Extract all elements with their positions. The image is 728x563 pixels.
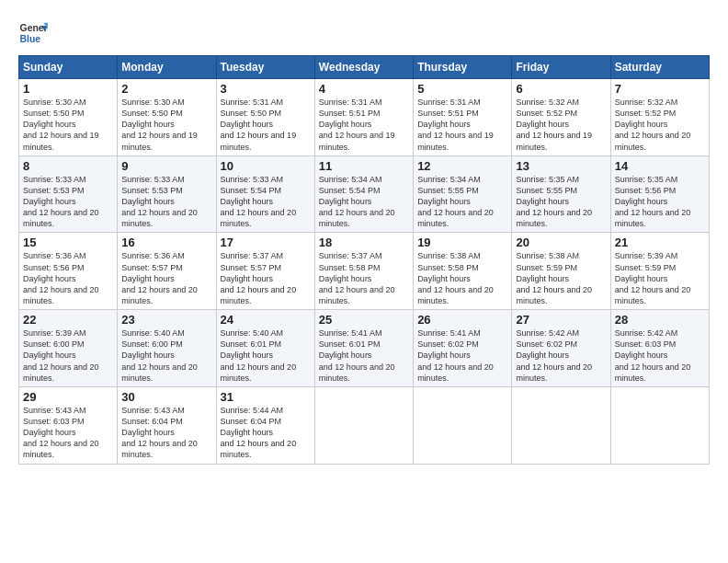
day-header-friday: Friday bbox=[512, 56, 610, 79]
calendar-cell: 8 Sunrise: 5:33 AM Sunset: 5:53 PM Dayli… bbox=[19, 155, 118, 233]
cell-content: Sunrise: 5:32 AM Sunset: 5:52 PM Dayligh… bbox=[615, 97, 705, 153]
day-number: 15 bbox=[23, 236, 113, 249]
day-number: 24 bbox=[221, 313, 311, 327]
day-number: 25 bbox=[319, 313, 409, 327]
cell-content: Sunrise: 5:31 AM Sunset: 5:51 PM Dayligh… bbox=[417, 97, 507, 153]
cell-content: Sunrise: 5:31 AM Sunset: 5:51 PM Dayligh… bbox=[319, 97, 409, 153]
day-header-monday: Monday bbox=[118, 56, 216, 79]
cell-content: Sunrise: 5:35 AM Sunset: 5:55 PM Dayligh… bbox=[516, 174, 606, 230]
calendar-cell: 21 Sunrise: 5:39 AM Sunset: 5:59 PM Dayl… bbox=[610, 233, 709, 310]
cell-content: Sunrise: 5:34 AM Sunset: 5:54 PM Dayligh… bbox=[319, 174, 409, 230]
calendar-cell: 6 Sunrise: 5:32 AM Sunset: 5:52 PM Dayli… bbox=[512, 79, 610, 156]
cell-content: Sunrise: 5:30 AM Sunset: 5:50 PM Dayligh… bbox=[23, 97, 113, 153]
logo-icon: General Blue bbox=[18, 18, 48, 48]
day-number: 14 bbox=[615, 159, 705, 173]
day-number: 8 bbox=[23, 159, 113, 173]
cell-content: Sunrise: 5:37 AM Sunset: 5:58 PM Dayligh… bbox=[319, 250, 409, 306]
cell-content: Sunrise: 5:36 AM Sunset: 5:57 PM Dayligh… bbox=[121, 250, 211, 306]
day-number: 17 bbox=[221, 236, 311, 249]
cell-content: Sunrise: 5:35 AM Sunset: 5:56 PM Dayligh… bbox=[615, 174, 705, 230]
calendar-cell: 2 Sunrise: 5:30 AM Sunset: 5:50 PM Dayli… bbox=[118, 79, 216, 156]
day-number: 31 bbox=[221, 390, 311, 404]
day-number: 22 bbox=[23, 313, 113, 327]
calendar-cell: 25 Sunrise: 5:41 AM Sunset: 6:01 PM Dayl… bbox=[314, 310, 413, 387]
calendar-cell bbox=[610, 386, 709, 464]
calendar-cell: 22 Sunrise: 5:39 AM Sunset: 6:00 PM Dayl… bbox=[19, 310, 118, 387]
cell-content: Sunrise: 5:37 AM Sunset: 5:57 PM Dayligh… bbox=[221, 250, 311, 306]
cell-content: Sunrise: 5:41 AM Sunset: 6:01 PM Dayligh… bbox=[319, 327, 409, 384]
day-number: 9 bbox=[121, 159, 211, 173]
day-number: 23 bbox=[121, 313, 211, 327]
cell-content: Sunrise: 5:38 AM Sunset: 5:58 PM Dayligh… bbox=[417, 250, 507, 306]
day-number: 18 bbox=[319, 236, 409, 249]
cell-content: Sunrise: 5:33 AM Sunset: 5:53 PM Dayligh… bbox=[121, 174, 211, 230]
svg-text:Blue: Blue bbox=[20, 34, 41, 44]
day-header-sunday: Sunday bbox=[19, 56, 118, 79]
calendar-cell: 3 Sunrise: 5:31 AM Sunset: 5:50 PM Dayli… bbox=[216, 79, 314, 156]
calendar-cell bbox=[512, 386, 610, 464]
cell-content: Sunrise: 5:32 AM Sunset: 5:52 PM Dayligh… bbox=[516, 97, 606, 153]
day-number: 16 bbox=[121, 236, 211, 249]
day-number: 27 bbox=[516, 313, 606, 327]
cell-content: Sunrise: 5:33 AM Sunset: 5:53 PM Dayligh… bbox=[23, 174, 113, 230]
day-number: 4 bbox=[319, 82, 409, 96]
day-number: 6 bbox=[516, 82, 606, 96]
logo: General Blue bbox=[18, 18, 51, 48]
calendar-cell: 18 Sunrise: 5:37 AM Sunset: 5:58 PM Dayl… bbox=[314, 233, 413, 310]
day-number: 10 bbox=[221, 159, 311, 173]
calendar-table: SundayMondayTuesdayWednesdayThursdayFrid… bbox=[18, 55, 710, 465]
cell-content: Sunrise: 5:43 AM Sunset: 6:03 PM Dayligh… bbox=[23, 405, 113, 461]
day-number: 20 bbox=[516, 236, 606, 249]
day-number: 7 bbox=[615, 82, 705, 96]
calendar-cell: 17 Sunrise: 5:37 AM Sunset: 5:57 PM Dayl… bbox=[216, 233, 314, 310]
cell-content: Sunrise: 5:42 AM Sunset: 6:02 PM Dayligh… bbox=[516, 327, 606, 384]
cell-content: Sunrise: 5:36 AM Sunset: 5:56 PM Dayligh… bbox=[23, 250, 113, 306]
cell-content: Sunrise: 5:42 AM Sunset: 6:03 PM Dayligh… bbox=[615, 327, 705, 384]
day-number: 1 bbox=[23, 82, 113, 96]
calendar-cell: 28 Sunrise: 5:42 AM Sunset: 6:03 PM Dayl… bbox=[610, 310, 709, 387]
calendar-cell: 23 Sunrise: 5:40 AM Sunset: 6:00 PM Dayl… bbox=[118, 310, 216, 387]
day-header-saturday: Saturday bbox=[610, 56, 709, 79]
cell-content: Sunrise: 5:40 AM Sunset: 6:01 PM Dayligh… bbox=[221, 327, 311, 384]
calendar-cell: 13 Sunrise: 5:35 AM Sunset: 5:55 PM Dayl… bbox=[512, 155, 610, 233]
calendar-cell: 19 Sunrise: 5:38 AM Sunset: 5:58 PM Dayl… bbox=[414, 233, 512, 310]
day-number: 21 bbox=[615, 236, 705, 249]
calendar-cell: 20 Sunrise: 5:38 AM Sunset: 5:59 PM Dayl… bbox=[512, 233, 610, 310]
cell-content: Sunrise: 5:40 AM Sunset: 6:00 PM Dayligh… bbox=[121, 327, 211, 384]
calendar-cell: 30 Sunrise: 5:43 AM Sunset: 6:04 PM Dayl… bbox=[118, 386, 216, 464]
day-number: 3 bbox=[221, 82, 311, 96]
calendar-cell bbox=[314, 386, 413, 464]
day-header-thursday: Thursday bbox=[414, 56, 512, 79]
day-number: 29 bbox=[23, 390, 113, 404]
calendar-cell: 29 Sunrise: 5:43 AM Sunset: 6:03 PM Dayl… bbox=[19, 386, 118, 464]
calendar-cell: 26 Sunrise: 5:41 AM Sunset: 6:02 PM Dayl… bbox=[414, 310, 512, 387]
cell-content: Sunrise: 5:34 AM Sunset: 5:55 PM Dayligh… bbox=[417, 174, 507, 230]
day-number: 19 bbox=[417, 236, 507, 249]
calendar-cell: 16 Sunrise: 5:36 AM Sunset: 5:57 PM Dayl… bbox=[118, 233, 216, 310]
day-number: 11 bbox=[319, 159, 409, 173]
calendar-cell: 15 Sunrise: 5:36 AM Sunset: 5:56 PM Dayl… bbox=[19, 233, 118, 310]
calendar-cell: 31 Sunrise: 5:44 AM Sunset: 6:04 PM Dayl… bbox=[216, 386, 314, 464]
calendar-cell: 11 Sunrise: 5:34 AM Sunset: 5:54 PM Dayl… bbox=[314, 155, 413, 233]
day-number: 12 bbox=[417, 159, 507, 173]
calendar-cell: 1 Sunrise: 5:30 AM Sunset: 5:50 PM Dayli… bbox=[19, 79, 118, 156]
cell-content: Sunrise: 5:31 AM Sunset: 5:50 PM Dayligh… bbox=[221, 97, 311, 153]
page: General Blue SundayMondayTuesdayWednesda… bbox=[0, 0, 728, 563]
calendar-cell: 5 Sunrise: 5:31 AM Sunset: 5:51 PM Dayli… bbox=[414, 79, 512, 156]
calendar-cell: 14 Sunrise: 5:35 AM Sunset: 5:56 PM Dayl… bbox=[610, 155, 709, 233]
calendar-cell: 4 Sunrise: 5:31 AM Sunset: 5:51 PM Dayli… bbox=[314, 79, 413, 156]
cell-content: Sunrise: 5:38 AM Sunset: 5:59 PM Dayligh… bbox=[516, 250, 606, 306]
calendar-cell: 7 Sunrise: 5:32 AM Sunset: 5:52 PM Dayli… bbox=[610, 79, 709, 156]
day-number: 28 bbox=[615, 313, 705, 327]
cell-content: Sunrise: 5:39 AM Sunset: 5:59 PM Dayligh… bbox=[615, 250, 705, 306]
day-header-tuesday: Tuesday bbox=[216, 56, 314, 79]
cell-content: Sunrise: 5:44 AM Sunset: 6:04 PM Dayligh… bbox=[221, 405, 311, 461]
cell-content: Sunrise: 5:39 AM Sunset: 6:00 PM Dayligh… bbox=[23, 327, 113, 384]
cell-content: Sunrise: 5:43 AM Sunset: 6:04 PM Dayligh… bbox=[121, 405, 211, 461]
cell-content: Sunrise: 5:30 AM Sunset: 5:50 PM Dayligh… bbox=[121, 97, 211, 153]
calendar-cell: 12 Sunrise: 5:34 AM Sunset: 5:55 PM Dayl… bbox=[414, 155, 512, 233]
day-number: 26 bbox=[417, 313, 507, 327]
calendar-cell bbox=[414, 386, 512, 464]
cell-content: Sunrise: 5:33 AM Sunset: 5:54 PM Dayligh… bbox=[221, 174, 311, 230]
day-number: 13 bbox=[516, 159, 606, 173]
